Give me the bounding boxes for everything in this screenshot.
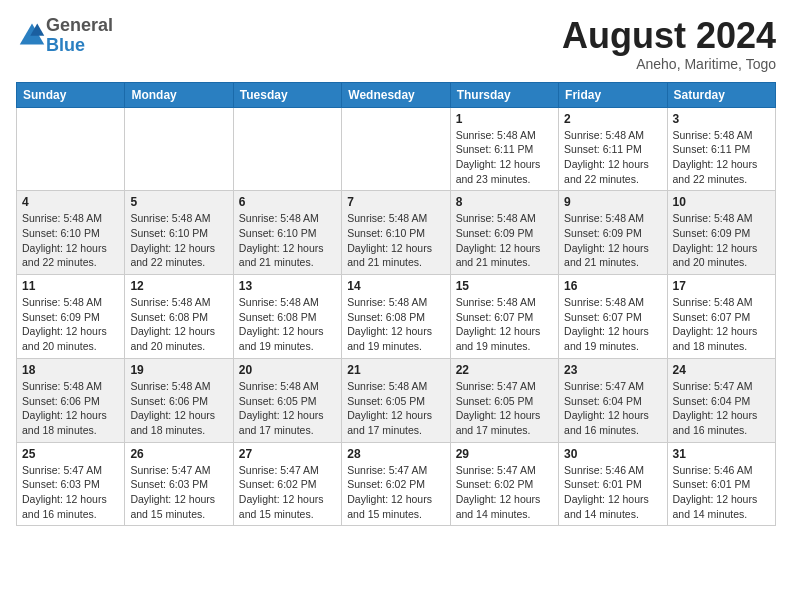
calendar-day-cell: 10Sunrise: 5:48 AM Sunset: 6:09 PM Dayli…	[667, 191, 775, 275]
calendar-day-cell	[233, 107, 341, 191]
day-number: 21	[347, 363, 444, 377]
calendar-day-cell	[17, 107, 125, 191]
day-info: Sunrise: 5:47 AM Sunset: 6:03 PM Dayligh…	[22, 463, 119, 522]
day-header: Thursday	[450, 82, 558, 107]
calendar-week-row: 1Sunrise: 5:48 AM Sunset: 6:11 PM Daylig…	[17, 107, 776, 191]
calendar-day-cell: 6Sunrise: 5:48 AM Sunset: 6:10 PM Daylig…	[233, 191, 341, 275]
day-header: Tuesday	[233, 82, 341, 107]
logo: General Blue	[16, 16, 113, 56]
day-number: 12	[130, 279, 227, 293]
day-info: Sunrise: 5:48 AM Sunset: 6:08 PM Dayligh…	[130, 295, 227, 354]
calendar-day-cell: 9Sunrise: 5:48 AM Sunset: 6:09 PM Daylig…	[559, 191, 667, 275]
day-number: 22	[456, 363, 553, 377]
day-number: 5	[130, 195, 227, 209]
day-number: 11	[22, 279, 119, 293]
calendar-header-row: SundayMondayTuesdayWednesdayThursdayFrid…	[17, 82, 776, 107]
day-info: Sunrise: 5:46 AM Sunset: 6:01 PM Dayligh…	[564, 463, 661, 522]
day-number: 19	[130, 363, 227, 377]
calendar-day-cell: 29Sunrise: 5:47 AM Sunset: 6:02 PM Dayli…	[450, 442, 558, 526]
day-number: 28	[347, 447, 444, 461]
calendar-day-cell: 11Sunrise: 5:48 AM Sunset: 6:09 PM Dayli…	[17, 275, 125, 359]
day-info: Sunrise: 5:48 AM Sunset: 6:11 PM Dayligh…	[564, 128, 661, 187]
day-number: 31	[673, 447, 770, 461]
calendar-day-cell: 17Sunrise: 5:48 AM Sunset: 6:07 PM Dayli…	[667, 275, 775, 359]
day-number: 6	[239, 195, 336, 209]
calendar-day-cell: 2Sunrise: 5:48 AM Sunset: 6:11 PM Daylig…	[559, 107, 667, 191]
day-info: Sunrise: 5:48 AM Sunset: 6:06 PM Dayligh…	[22, 379, 119, 438]
day-info: Sunrise: 5:48 AM Sunset: 6:06 PM Dayligh…	[130, 379, 227, 438]
day-info: Sunrise: 5:48 AM Sunset: 6:08 PM Dayligh…	[347, 295, 444, 354]
day-info: Sunrise: 5:47 AM Sunset: 6:03 PM Dayligh…	[130, 463, 227, 522]
calendar-day-cell: 3Sunrise: 5:48 AM Sunset: 6:11 PM Daylig…	[667, 107, 775, 191]
day-info: Sunrise: 5:48 AM Sunset: 6:11 PM Dayligh…	[673, 128, 770, 187]
calendar-day-cell: 4Sunrise: 5:48 AM Sunset: 6:10 PM Daylig…	[17, 191, 125, 275]
day-info: Sunrise: 5:48 AM Sunset: 6:05 PM Dayligh…	[239, 379, 336, 438]
calendar-day-cell: 21Sunrise: 5:48 AM Sunset: 6:05 PM Dayli…	[342, 358, 450, 442]
calendar-table: SundayMondayTuesdayWednesdayThursdayFrid…	[16, 82, 776, 527]
day-number: 26	[130, 447, 227, 461]
day-number: 17	[673, 279, 770, 293]
day-info: Sunrise: 5:48 AM Sunset: 6:10 PM Dayligh…	[239, 211, 336, 270]
day-number: 23	[564, 363, 661, 377]
day-info: Sunrise: 5:48 AM Sunset: 6:08 PM Dayligh…	[239, 295, 336, 354]
day-info: Sunrise: 5:48 AM Sunset: 6:09 PM Dayligh…	[456, 211, 553, 270]
calendar-day-cell: 7Sunrise: 5:48 AM Sunset: 6:10 PM Daylig…	[342, 191, 450, 275]
calendar-day-cell	[125, 107, 233, 191]
day-number: 1	[456, 112, 553, 126]
day-number: 30	[564, 447, 661, 461]
day-header: Wednesday	[342, 82, 450, 107]
calendar-week-row: 25Sunrise: 5:47 AM Sunset: 6:03 PM Dayli…	[17, 442, 776, 526]
day-number: 20	[239, 363, 336, 377]
day-info: Sunrise: 5:47 AM Sunset: 6:04 PM Dayligh…	[673, 379, 770, 438]
day-header: Monday	[125, 82, 233, 107]
day-number: 27	[239, 447, 336, 461]
day-info: Sunrise: 5:48 AM Sunset: 6:05 PM Dayligh…	[347, 379, 444, 438]
title-block: August 2024 Aneho, Maritime, Togo	[562, 16, 776, 72]
calendar-title: August 2024	[562, 16, 776, 56]
day-header: Friday	[559, 82, 667, 107]
header: General Blue August 2024 Aneho, Maritime…	[16, 16, 776, 72]
calendar-day-cell: 31Sunrise: 5:46 AM Sunset: 6:01 PM Dayli…	[667, 442, 775, 526]
day-info: Sunrise: 5:47 AM Sunset: 6:02 PM Dayligh…	[347, 463, 444, 522]
day-info: Sunrise: 5:48 AM Sunset: 6:09 PM Dayligh…	[673, 211, 770, 270]
day-header: Saturday	[667, 82, 775, 107]
logo-general: General	[46, 15, 113, 35]
calendar-day-cell: 22Sunrise: 5:47 AM Sunset: 6:05 PM Dayli…	[450, 358, 558, 442]
day-info: Sunrise: 5:48 AM Sunset: 6:07 PM Dayligh…	[673, 295, 770, 354]
calendar-day-cell	[342, 107, 450, 191]
day-number: 14	[347, 279, 444, 293]
calendar-day-cell: 16Sunrise: 5:48 AM Sunset: 6:07 PM Dayli…	[559, 275, 667, 359]
calendar-week-row: 11Sunrise: 5:48 AM Sunset: 6:09 PM Dayli…	[17, 275, 776, 359]
calendar-day-cell: 12Sunrise: 5:48 AM Sunset: 6:08 PM Dayli…	[125, 275, 233, 359]
day-info: Sunrise: 5:48 AM Sunset: 6:07 PM Dayligh…	[456, 295, 553, 354]
calendar-day-cell: 26Sunrise: 5:47 AM Sunset: 6:03 PM Dayli…	[125, 442, 233, 526]
day-info: Sunrise: 5:48 AM Sunset: 6:07 PM Dayligh…	[564, 295, 661, 354]
day-number: 18	[22, 363, 119, 377]
day-number: 2	[564, 112, 661, 126]
day-info: Sunrise: 5:48 AM Sunset: 6:10 PM Dayligh…	[130, 211, 227, 270]
day-number: 3	[673, 112, 770, 126]
calendar-day-cell: 18Sunrise: 5:48 AM Sunset: 6:06 PM Dayli…	[17, 358, 125, 442]
day-info: Sunrise: 5:47 AM Sunset: 6:04 PM Dayligh…	[564, 379, 661, 438]
day-info: Sunrise: 5:47 AM Sunset: 6:02 PM Dayligh…	[456, 463, 553, 522]
day-info: Sunrise: 5:48 AM Sunset: 6:11 PM Dayligh…	[456, 128, 553, 187]
day-number: 16	[564, 279, 661, 293]
calendar-week-row: 4Sunrise: 5:48 AM Sunset: 6:10 PM Daylig…	[17, 191, 776, 275]
calendar-week-row: 18Sunrise: 5:48 AM Sunset: 6:06 PM Dayli…	[17, 358, 776, 442]
calendar-day-cell: 25Sunrise: 5:47 AM Sunset: 6:03 PM Dayli…	[17, 442, 125, 526]
day-info: Sunrise: 5:48 AM Sunset: 6:10 PM Dayligh…	[347, 211, 444, 270]
day-number: 4	[22, 195, 119, 209]
day-info: Sunrise: 5:48 AM Sunset: 6:09 PM Dayligh…	[564, 211, 661, 270]
calendar-day-cell: 13Sunrise: 5:48 AM Sunset: 6:08 PM Dayli…	[233, 275, 341, 359]
day-number: 8	[456, 195, 553, 209]
calendar-subtitle: Aneho, Maritime, Togo	[562, 56, 776, 72]
day-number: 9	[564, 195, 661, 209]
calendar-day-cell: 24Sunrise: 5:47 AM Sunset: 6:04 PM Dayli…	[667, 358, 775, 442]
calendar-day-cell: 28Sunrise: 5:47 AM Sunset: 6:02 PM Dayli…	[342, 442, 450, 526]
day-header: Sunday	[17, 82, 125, 107]
day-info: Sunrise: 5:48 AM Sunset: 6:09 PM Dayligh…	[22, 295, 119, 354]
day-number: 7	[347, 195, 444, 209]
calendar-day-cell: 20Sunrise: 5:48 AM Sunset: 6:05 PM Dayli…	[233, 358, 341, 442]
calendar-day-cell: 15Sunrise: 5:48 AM Sunset: 6:07 PM Dayli…	[450, 275, 558, 359]
day-info: Sunrise: 5:48 AM Sunset: 6:10 PM Dayligh…	[22, 211, 119, 270]
